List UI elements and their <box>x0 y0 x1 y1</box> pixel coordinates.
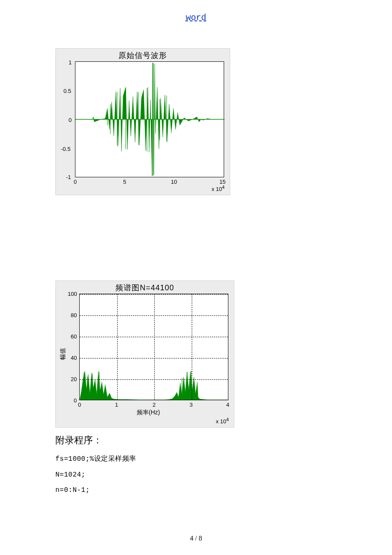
y-tick: 40 <box>71 355 77 361</box>
chart-title-1: 原始信号波形 <box>56 49 230 61</box>
code-line: n=0:N-1; <box>55 486 337 494</box>
y-tick: 1 <box>69 59 72 66</box>
page-number: 4 / 8 <box>0 535 392 542</box>
grid-line <box>117 294 118 400</box>
x-tick: 0 <box>78 402 81 408</box>
x-tick: 4 <box>226 402 229 408</box>
y-tick: -0.5 <box>61 146 70 152</box>
grid-line <box>80 358 228 358</box>
y-tick: 100 <box>68 291 77 297</box>
x-exponent: x 104 <box>216 417 229 425</box>
section-title: 附录程序： <box>55 434 337 447</box>
y-tick: -1 <box>66 174 71 180</box>
plot-area-2 <box>79 294 228 400</box>
grid-line <box>80 337 228 337</box>
x-tick: 3 <box>190 402 193 408</box>
y-tick: 20 <box>71 376 77 382</box>
x-axis-label: 频率(Hz) <box>137 409 160 416</box>
x-tick: 2 <box>153 402 156 408</box>
grid-line <box>80 379 228 380</box>
x-tick: 0 <box>74 179 77 185</box>
document-page: word 原始信号波形 1 0.5 0 -0.5 -1 <box>0 0 392 555</box>
x-tick: 5 <box>123 179 126 185</box>
y-tick: 0 <box>69 117 72 123</box>
x-exponent: x 104 <box>211 185 225 192</box>
waveform-svg <box>75 62 225 177</box>
y-tick: 0 <box>74 397 77 404</box>
y-tick: 80 <box>71 312 77 318</box>
y-tick: 60 <box>71 333 77 340</box>
grid-line <box>192 294 192 400</box>
figure-waveform: 原始信号波形 1 0.5 0 -0.5 -1 <box>55 48 230 195</box>
grid-line <box>80 294 228 295</box>
grid-line <box>80 315 228 316</box>
header-link[interactable]: word <box>55 13 337 23</box>
x-tick: 10 <box>171 179 177 185</box>
grid-line <box>154 294 155 400</box>
code-line: fs=1000;%设定采样频率 <box>55 454 337 463</box>
x-tick: 1 <box>115 402 118 408</box>
code-line: N=1024; <box>55 471 337 479</box>
figure-spectrum: 频谱图N=44100 幅值 100 80 60 40 20 0 <box>55 280 234 428</box>
y-tick: 0.5 <box>63 88 71 94</box>
plot-area-1 <box>75 61 224 177</box>
chart-title-2: 频谱图N=44100 <box>56 281 234 293</box>
y-axis-label: 幅值 <box>59 348 67 360</box>
